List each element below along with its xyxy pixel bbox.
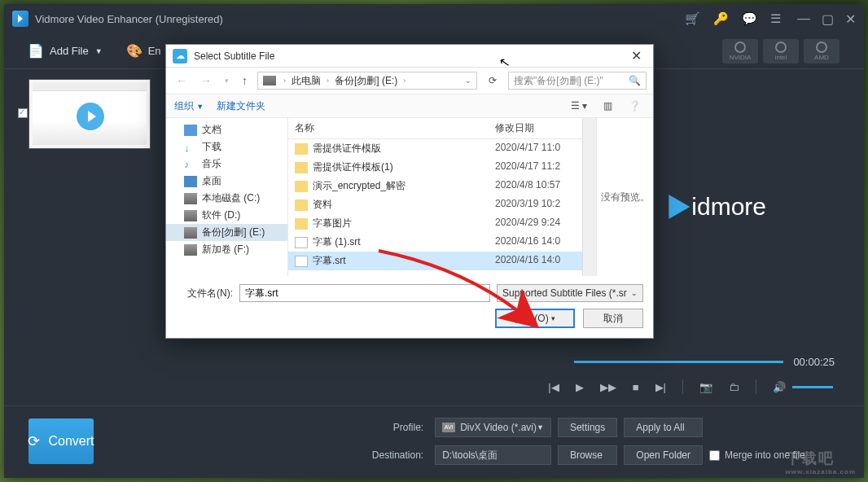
file-date: 2020/4/8 10:57 [489, 177, 582, 195]
merge-checkbox-input[interactable] [709, 450, 720, 461]
brand-mark-icon [669, 195, 690, 219]
view-mode-button[interactable]: ☰ ▾ [567, 99, 591, 113]
play-overlay-icon[interactable] [77, 103, 104, 130]
folder-icon [295, 143, 308, 155]
dialog-search-input[interactable]: 搜索"备份[勿删] (E:)" 🔍 [508, 72, 647, 90]
titlebar: Vidmore Video Enhancer (Unregistered) 🛒 … [4, 4, 864, 33]
nav-forward-icon[interactable]: → [197, 74, 215, 87]
fwd-button[interactable]: ▶▶ [600, 381, 616, 393]
file-date: 2020/3/19 10:2 [489, 196, 582, 213]
cancel-button[interactable]: 取消 [583, 309, 643, 328]
dialog-titlebar: ☁ Select Subtitle File ✕ [166, 45, 653, 68]
tree-item[interactable]: 文档 [166, 121, 287, 138]
tree-item[interactable]: 本地磁盘 (C:) [166, 190, 287, 207]
close-icon[interactable]: ✕ [845, 11, 856, 27]
feedback-icon[interactable]: 💬 [742, 11, 757, 26]
folder-icon [295, 181, 308, 192]
path-breadcrumb[interactable]: › 此电脑 › 备份[勿删] (E:) › ⌄ [257, 72, 477, 90]
nav-back-icon[interactable]: ← [173, 74, 191, 87]
destination-label: Destination: [100, 449, 428, 461]
folder-button[interactable]: 🗀 [729, 381, 739, 393]
video-thumbnail[interactable] [28, 79, 151, 149]
scrollbar[interactable] [582, 118, 596, 276]
file-row[interactable]: 字幕 (1).srt2020/4/16 14:0 [288, 233, 582, 252]
file-row[interactable]: 字幕.srt2020/4/16 14:0 [288, 252, 582, 270]
tree-item[interactable]: 新加卷 (F:) [166, 241, 287, 258]
volume-slider[interactable] [792, 386, 833, 388]
key-icon[interactable]: 🔑 [713, 11, 729, 26]
open-button[interactable]: 打开(O) ▾ [495, 309, 575, 328]
file-name: 字幕 (1).srt [313, 235, 361, 249]
file-date: 2020/4/29 9:24 [489, 215, 582, 232]
file-name: 资料 [313, 198, 332, 212]
nav-up-icon[interactable]: ↑ [239, 74, 251, 87]
dialog-app-icon: ☁ [173, 49, 187, 64]
maximize-icon[interactable]: ▢ [822, 11, 834, 27]
tree-item[interactable]: ↓下载 [166, 138, 287, 156]
nvidia-badge: NVIDIA [722, 39, 758, 64]
add-file-button[interactable]: 📄 Add File ▼ [28, 44, 103, 59]
file-date: 2020/4/16 14:0 [489, 252, 582, 269]
stop-button[interactable]: ■ [633, 381, 639, 393]
tree-item-icon: ♪ [184, 159, 197, 170]
thumbnail-checkbox[interactable] [18, 108, 28, 118]
apply-all-button[interactable]: Apply to All [624, 418, 703, 437]
file-row[interactable]: 需提供证件模版2020/4/17 11:0 [288, 139, 582, 158]
preview-pane-button[interactable]: ▥ [599, 99, 616, 113]
tree-item-label: 新加卷 (F:) [202, 243, 249, 256]
convert-button[interactable]: ⟳ Convert [28, 418, 94, 464]
filter-combo[interactable]: Supported Subtitle Files (*.sr⌄ [497, 284, 643, 302]
minimize-icon[interactable]: — [797, 11, 810, 27]
tree-item[interactable]: 软件 (D:) [166, 207, 287, 224]
destination-field[interactable]: D:\tools\桌面 [435, 445, 551, 465]
settings-button[interactable]: Settings [558, 418, 617, 437]
play-button[interactable]: ▶ [576, 381, 584, 393]
folder-icon [295, 199, 308, 211]
file-row[interactable]: 演示_encrypted_解密2020/4/8 10:57 [288, 177, 582, 195]
col-name[interactable]: 名称 [288, 118, 489, 138]
dialog-title: Select Subtitle File [194, 50, 274, 62]
file-date: 2020/4/17 11:2 [489, 159, 582, 176]
tree-item[interactable]: 备份[勿删] (E:) [166, 224, 287, 241]
seek-track[interactable] [574, 361, 783, 363]
new-folder-button[interactable]: 新建文件夹 [217, 99, 265, 113]
search-icon: 🔍 [629, 75, 641, 86]
file-dialog: ☁ Select Subtitle File ✕ ← → ▾ ↑ › 此电脑 ›… [165, 44, 654, 339]
bottom-panel: Profile: AVIDivX Video (*.avi) ▼ Setting… [4, 405, 864, 478]
snapshot-button[interactable]: 📷 [699, 381, 712, 393]
tree-item-icon [184, 210, 197, 221]
dialog-toolbar: 组织 ▼ 新建文件夹 ☰ ▾ ▥ ❔ [166, 94, 653, 118]
volume-icon[interactable]: 🔊 [773, 381, 786, 393]
cart-icon[interactable]: 🛒 [685, 11, 700, 26]
prev-button[interactable]: |◀ [548, 381, 559, 393]
file-row[interactable]: 字幕图片2020/4/29 9:24 [288, 214, 582, 233]
tree-item-label: 软件 (D:) [202, 208, 240, 222]
profile-label: Profile: [100, 422, 428, 433]
organize-button[interactable]: 组织 ▼ [174, 99, 204, 113]
help-icon[interactable]: ❔ [625, 99, 645, 113]
file-icon [295, 256, 308, 267]
watermark: 下载吧 www.xiazaiba.com [786, 449, 856, 475]
filename-input[interactable] [239, 284, 490, 302]
chevron-down-icon[interactable]: ▾ [221, 77, 232, 85]
file-row[interactable]: 需提供证件模板(1)2020/4/17 11:2 [288, 158, 582, 177]
file-date: 2020/4/16 14:0 [489, 234, 582, 251]
next-button[interactable]: ▶| [655, 381, 666, 393]
col-date[interactable]: 修改日期 [489, 118, 582, 138]
tree-item[interactable]: ♪音乐 [166, 156, 287, 173]
menu-icon[interactable]: ☰ [770, 11, 781, 26]
profile-select[interactable]: AVIDivX Video (*.avi) ▼ [435, 418, 551, 437]
refresh-icon[interactable]: ⟳ [484, 75, 502, 86]
file-icon [295, 237, 308, 248]
open-folder-button[interactable]: Open Folder [624, 445, 703, 465]
folder-icon [295, 218, 308, 230]
browse-button[interactable]: Browse [558, 445, 617, 465]
enhance-icon: 🎨 [127, 44, 142, 59]
file-date: 2020/4/17 11:0 [489, 140, 582, 157]
enhance-button[interactable]: 🎨 En [127, 44, 161, 59]
dialog-close-icon[interactable]: ✕ [626, 48, 647, 64]
file-row[interactable]: 资料2020/3/19 10:2 [288, 195, 582, 214]
tree-item[interactable]: 桌面 [166, 173, 287, 190]
amd-badge: AMD [804, 39, 840, 64]
timeline: 00:00:25 [574, 356, 840, 368]
